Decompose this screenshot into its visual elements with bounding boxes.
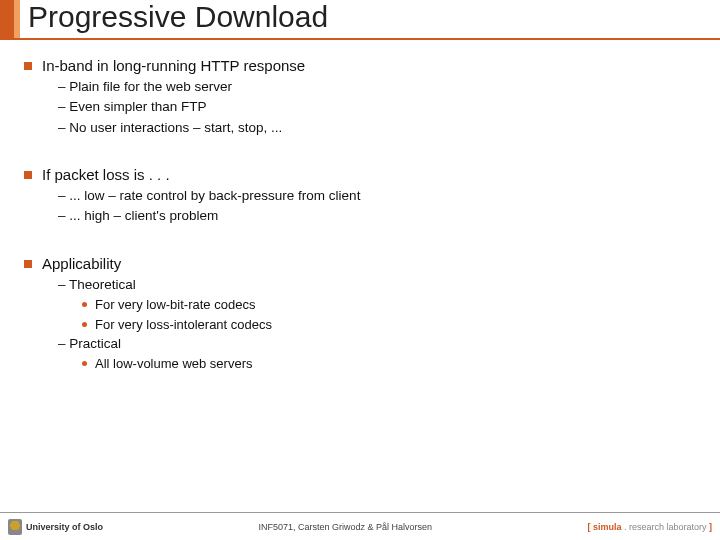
sub-sub-item: All low-volume web servers: [82, 355, 694, 373]
bullet-section-1: In-band in long-running HTTP response: [24, 56, 694, 76]
square-bullet-icon: [24, 260, 32, 268]
brand-dot: .: [621, 522, 629, 532]
footer-center: INF5071, Carsten Griwodz & Pål Halvorsen: [103, 522, 587, 532]
bullet-section-3: Applicability: [24, 254, 694, 274]
sub-item: Plain file for the web server: [58, 78, 694, 96]
sub-item: No user interactions – start, stop, ...: [58, 119, 694, 137]
title-underline: [0, 38, 720, 40]
bracket-close: ]: [707, 522, 713, 532]
title-accent-bar: [0, 0, 14, 38]
section-heading: If packet loss is . . .: [42, 166, 170, 183]
square-bullet-icon: [24, 62, 32, 70]
sub-item: ... low – rate control by back-pressure …: [58, 187, 694, 205]
slide-content: In-band in long-running HTTP response Pl…: [24, 50, 694, 373]
title-accent-bar-light: [14, 0, 20, 38]
sub-sub-item: For very loss-intolerant codecs: [82, 316, 694, 334]
uio-crest-icon: [8, 519, 22, 535]
slide-footer: University of Oslo INF5071, Carsten Griw…: [0, 512, 720, 540]
sub-sub-item: For very low-bit-rate codecs: [82, 296, 694, 314]
footer-right: [ simula . research laboratory ]: [587, 522, 712, 532]
bullet-section-2: If packet loss is . . .: [24, 165, 694, 185]
sub-item: Theoretical: [58, 276, 694, 294]
sub-item: Even simpler than FTP: [58, 98, 694, 116]
footer-left-text: University of Oslo: [26, 522, 103, 532]
slide-title: Progressive Download: [28, 0, 328, 34]
sub-item: ... high – client's problem: [58, 207, 694, 225]
brand-rest: research laboratory: [629, 522, 707, 532]
footer-left: University of Oslo: [8, 519, 103, 535]
sub-item: Practical: [58, 335, 694, 353]
simula-brand: simula: [593, 522, 622, 532]
section-heading: In-band in long-running HTTP response: [42, 57, 305, 74]
section-heading: Applicability: [42, 255, 121, 272]
square-bullet-icon: [24, 171, 32, 179]
